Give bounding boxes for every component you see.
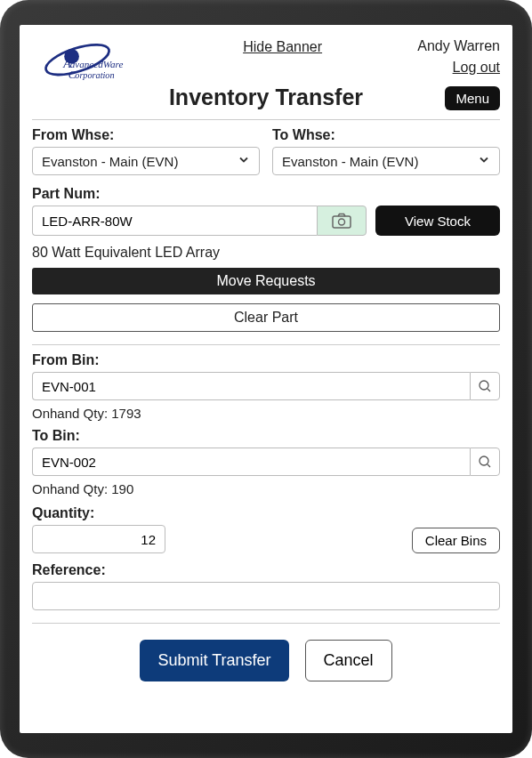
cancel-button[interactable]: Cancel	[305, 640, 392, 681]
svg-point-8	[480, 381, 488, 390]
part-num-label: Part Num:	[32, 186, 500, 202]
svg-text:C: C	[69, 68, 77, 81]
to-whse-select[interactable]: Evanston - Main (EVN)	[272, 147, 500, 175]
svg-rect-6	[333, 216, 351, 228]
logo: dvancedWare orporation A C	[32, 36, 148, 90]
submit-transfer-button[interactable]: Submit Transfer	[140, 640, 288, 681]
clear-part-button[interactable]: Clear Part	[32, 303, 500, 332]
to-bin-onhand: Onhand Qty: 190	[32, 481, 500, 496]
from-bin-search-button[interactable]	[470, 372, 500, 400]
app-screen: dvancedWare orporation A C Hide Banner A…	[20, 25, 512, 733]
to-whse-value: Evanston - Main (EVN)	[282, 154, 418, 169]
search-icon	[478, 455, 492, 469]
to-bin-input[interactable]	[32, 448, 470, 476]
chevron-down-icon	[478, 154, 490, 169]
page-title: Inventory Transfer	[169, 85, 363, 110]
camera-icon	[331, 212, 352, 230]
from-whse-label: From Whse:	[32, 127, 260, 143]
from-whse-value: Evanston - Main (EVN)	[42, 154, 178, 169]
camera-scan-button[interactable]	[317, 206, 367, 236]
from-bin-label: From Bin:	[32, 352, 500, 368]
part-description: 80 Watt Equivalent LED Array	[32, 245, 500, 261]
clear-bins-button[interactable]: Clear Bins	[412, 528, 500, 553]
advancedware-logo-icon: dvancedWare orporation A C	[32, 36, 148, 87]
svg-text:dvancedWare: dvancedWare	[70, 59, 124, 69]
svg-line-11	[488, 464, 490, 467]
svg-line-9	[488, 389, 490, 391]
divider	[32, 119, 500, 120]
move-requests-button[interactable]: Move Requests	[32, 268, 500, 294]
menu-button[interactable]: Menu	[445, 86, 500, 110]
user-name: Andy Warren	[417, 36, 500, 57]
svg-point-7	[339, 219, 345, 225]
svg-text:orporation: orporation	[75, 70, 114, 80]
search-icon	[478, 379, 492, 393]
from-bin-input[interactable]	[32, 372, 470, 400]
from-bin-onhand: Onhand Qty: 1793	[32, 406, 500, 421]
from-whse-select[interactable]: Evanston - Main (EVN)	[32, 147, 260, 175]
view-stock-button[interactable]: View Stock	[375, 206, 500, 236]
quantity-label: Quantity:	[32, 505, 165, 521]
logout-link[interactable]: Log out	[417, 57, 500, 78]
divider	[32, 344, 500, 345]
to-bin-label: To Bin:	[32, 428, 500, 444]
divider	[32, 623, 500, 624]
tablet-frame: dvancedWare orporation A C Hide Banner A…	[0, 0, 532, 758]
part-num-input[interactable]	[32, 206, 317, 236]
to-whse-label: To Whse:	[272, 127, 500, 143]
quantity-input[interactable]	[32, 525, 165, 553]
reference-label: Reference:	[32, 562, 500, 578]
chevron-down-icon	[238, 154, 250, 169]
svg-point-10	[480, 456, 488, 465]
reference-input[interactable]	[32, 582, 500, 610]
to-bin-search-button[interactable]	[470, 448, 500, 476]
hide-banner-link[interactable]: Hide Banner	[148, 36, 417, 55]
